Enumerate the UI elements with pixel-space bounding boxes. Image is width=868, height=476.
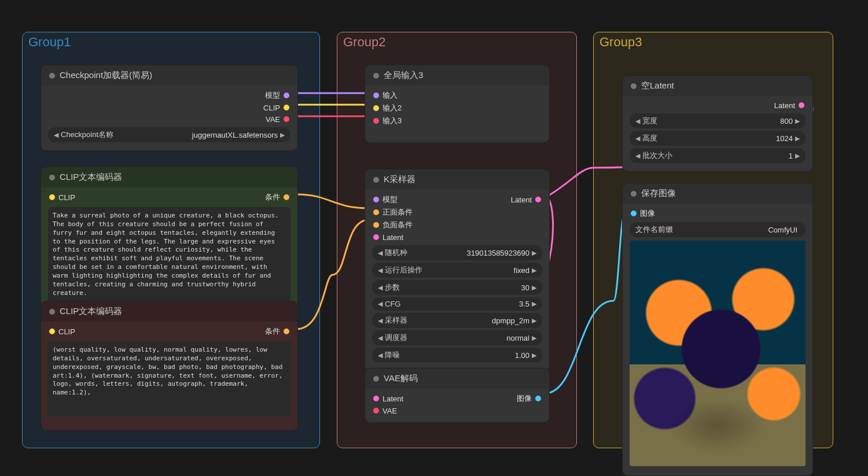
arrow-left-icon[interactable] bbox=[378, 317, 382, 324]
widget-checkpoint-name[interactable]: Checkpoint名称 juggernautXL.safetensors bbox=[48, 127, 290, 142]
node-header[interactable]: CLIP文本编码器 bbox=[41, 167, 297, 187]
arrow-left-icon[interactable] bbox=[635, 152, 640, 160]
arrow-left-icon[interactable] bbox=[378, 284, 382, 291]
node-header[interactable]: K采样器 bbox=[365, 169, 549, 190]
node-header[interactable]: CLIP文本编码器 bbox=[41, 301, 297, 322]
port-dot-icon[interactable] bbox=[373, 197, 379, 202]
prompt-textarea-positive[interactable]: Take a surreal photo of a unique creatur… bbox=[48, 207, 290, 302]
widget-filename-prefix[interactable]: 文件名前缀 ComfyUI bbox=[630, 222, 806, 237]
port-dot-icon[interactable] bbox=[49, 329, 55, 334]
input-port-clip[interactable]: CLIP bbox=[49, 193, 75, 202]
node-header[interactable]: 空Latent bbox=[623, 76, 812, 96]
node-vae-decode[interactable]: VAE解码 Latent 图像 VAE bbox=[365, 368, 550, 423]
port-dot-icon[interactable] bbox=[535, 396, 541, 401]
widget-seed[interactable]: 随机种319013585923690 bbox=[372, 245, 542, 260]
widget-cfg[interactable]: CFG3.5 bbox=[372, 297, 542, 311]
port-dot-icon[interactable] bbox=[373, 234, 379, 240]
arrow-right-icon[interactable] bbox=[280, 131, 285, 139]
input-port-latent[interactable]: Latent bbox=[365, 231, 549, 243]
arrow-right-icon[interactable] bbox=[795, 117, 800, 125]
output-image-preview[interactable] bbox=[630, 241, 806, 466]
node-empty-latent[interactable]: 空Latent Latent 宽度800 高度1024 批次大小1 bbox=[622, 75, 813, 172]
output-port-latent[interactable]: Latent bbox=[623, 99, 812, 111]
port-dot-icon[interactable] bbox=[373, 93, 379, 98]
input-port-positive[interactable]: 正面条件 bbox=[365, 206, 549, 219]
widget-steps[interactable]: 步数30 bbox=[372, 280, 542, 295]
arrow-left-icon[interactable] bbox=[378, 334, 382, 342]
port-dot-icon[interactable] bbox=[373, 105, 379, 111]
widget-sampler[interactable]: 采样器dpmpp_2m bbox=[372, 313, 542, 328]
arrow-right-icon[interactable] bbox=[795, 152, 800, 160]
arrow-left-icon[interactable] bbox=[378, 352, 382, 359]
input-port-2[interactable]: 输入2 bbox=[365, 102, 549, 115]
port-dot-icon[interactable] bbox=[631, 211, 637, 216]
arrow-left-icon[interactable] bbox=[54, 131, 58, 139]
port-dot-icon[interactable] bbox=[799, 102, 804, 108]
port-dot-icon[interactable] bbox=[535, 197, 541, 202]
arrow-right-icon[interactable] bbox=[532, 352, 536, 359]
port-dot-icon[interactable] bbox=[284, 329, 289, 334]
node-collapse-icon[interactable] bbox=[373, 177, 379, 183]
input-port-latent[interactable]: Latent bbox=[373, 394, 403, 403]
node-header[interactable]: 保存图像 bbox=[623, 183, 812, 204]
node-save-image[interactable]: 保存图像 图像 文件名前缀 ComfyUI bbox=[622, 183, 813, 476]
output-port-clip[interactable]: CLIP bbox=[41, 102, 297, 113]
node-clip-text-encode-positive[interactable]: CLIP文本编码器 CLIP 条件 Take a surreal photo o… bbox=[41, 167, 298, 312]
node-collapse-icon[interactable] bbox=[49, 309, 55, 315]
widget-scheduler[interactable]: 调度器normal bbox=[372, 330, 542, 345]
arrow-left-icon[interactable] bbox=[635, 135, 640, 142]
widget-batch-size[interactable]: 批次大小1 bbox=[630, 148, 806, 163]
input-port-negative[interactable]: 负面条件 bbox=[365, 219, 549, 231]
node-ksampler[interactable]: K采样器 模型 Latent 正面条件 负面条件 bbox=[365, 169, 550, 371]
node-collapse-icon[interactable] bbox=[631, 191, 637, 197]
input-port-vae[interactable]: VAE bbox=[365, 405, 549, 416]
widget-after-generate[interactable]: 运行后操作fixed bbox=[372, 263, 542, 278]
output-port-model[interactable]: 模型 bbox=[41, 89, 297, 102]
node-checkpoint-loader[interactable]: Checkpoint加载器(简易) 模型 CLIP VAE Checkpoint… bbox=[41, 65, 298, 151]
port-dot-icon[interactable] bbox=[373, 408, 379, 414]
port-dot-icon[interactable] bbox=[284, 194, 289, 200]
port-dot-icon[interactable] bbox=[373, 118, 379, 124]
port-dot-icon[interactable] bbox=[373, 396, 379, 401]
arrow-right-icon[interactable] bbox=[532, 317, 536, 324]
port-dot-icon[interactable] bbox=[284, 116, 289, 122]
arrow-right-icon[interactable] bbox=[795, 135, 800, 142]
output-port-conditioning[interactable]: 条件 bbox=[265, 326, 289, 337]
port-dot-icon[interactable] bbox=[284, 105, 289, 110]
input-port-clip[interactable]: CLIP bbox=[49, 327, 75, 336]
prompt-textarea-negative[interactable]: (worst quality, low quality, normal qual… bbox=[48, 341, 290, 416]
input-port-1[interactable]: 输入 bbox=[365, 89, 549, 102]
arrow-left-icon[interactable] bbox=[378, 267, 382, 274]
output-port-image[interactable]: 图像 bbox=[517, 393, 541, 404]
input-port-image[interactable]: 图像 bbox=[623, 207, 812, 220]
widget-denoise[interactable]: 降噪1.00 bbox=[372, 348, 542, 363]
port-dot-icon[interactable] bbox=[373, 209, 379, 215]
node-header[interactable]: 全局输入3 bbox=[365, 65, 549, 86]
node-global-inputs[interactable]: 全局输入3 输入 输入2 输入3 bbox=[365, 65, 550, 143]
node-collapse-icon[interactable] bbox=[373, 376, 379, 382]
node-header[interactable]: VAE解码 bbox=[365, 368, 549, 389]
widget-width[interactable]: 宽度800 bbox=[630, 113, 806, 128]
output-port-conditioning[interactable]: 条件 bbox=[265, 192, 289, 202]
arrow-left-icon[interactable] bbox=[635, 117, 640, 125]
arrow-right-icon[interactable] bbox=[532, 267, 536, 274]
port-dot-icon[interactable] bbox=[284, 93, 289, 98]
node-collapse-icon[interactable] bbox=[49, 175, 55, 180]
output-port-latent[interactable]: Latent bbox=[511, 195, 541, 204]
input-port-3[interactable]: 输入3 bbox=[365, 115, 549, 127]
port-dot-icon[interactable] bbox=[49, 194, 55, 200]
arrow-right-icon[interactable] bbox=[532, 300, 536, 308]
node-collapse-icon[interactable] bbox=[631, 83, 637, 89]
output-port-vae[interactable]: VAE bbox=[41, 113, 297, 125]
arrow-right-icon[interactable] bbox=[532, 249, 536, 257]
port-dot-icon[interactable] bbox=[373, 222, 379, 228]
arrow-right-icon[interactable] bbox=[532, 284, 536, 291]
node-collapse-icon[interactable] bbox=[49, 73, 55, 79]
widget-height[interactable]: 高度1024 bbox=[630, 131, 806, 146]
node-collapse-icon[interactable] bbox=[373, 73, 379, 79]
arrow-right-icon[interactable] bbox=[532, 334, 536, 342]
arrow-left-icon[interactable] bbox=[378, 300, 382, 308]
node-header[interactable]: Checkpoint加载器(简易) bbox=[41, 65, 297, 86]
node-clip-text-encode-negative[interactable]: CLIP文本编码器 CLIP 条件 (worst quality, low qu… bbox=[41, 301, 298, 431]
arrow-left-icon[interactable] bbox=[378, 249, 382, 257]
